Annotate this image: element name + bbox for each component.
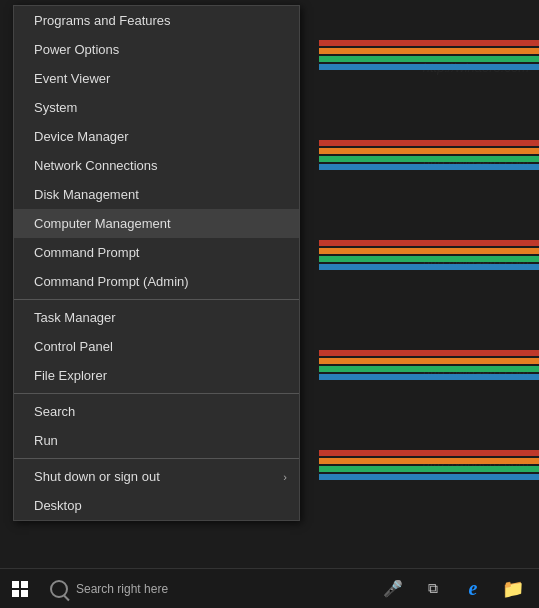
menu-item-programs-features[interactable]: Programs and Features — [14, 6, 299, 35]
menu-item-network-connections[interactable]: Network Connections — [14, 151, 299, 180]
menu-item-label-control-panel: Control Panel — [34, 339, 113, 354]
menu-divider — [14, 393, 299, 394]
menu-item-label-file-explorer: File Explorer — [34, 368, 107, 383]
menu-item-desktop[interactable]: Desktop — [14, 491, 299, 520]
menu-item-shut-down-sign-out[interactable]: Shut down or sign out› — [14, 462, 299, 491]
taskbar-search-area[interactable]: Search right here — [40, 569, 260, 608]
menu-item-label-device-manager: Device Manager — [34, 129, 129, 144]
menu-item-run[interactable]: Run — [14, 426, 299, 455]
menu-item-command-prompt-admin[interactable]: Command Prompt (Admin) — [14, 267, 299, 296]
search-circle-icon — [50, 580, 68, 598]
menu-item-label-task-manager: Task Manager — [34, 310, 116, 325]
color-bars-5 — [319, 450, 539, 482]
color-bars-4 — [319, 350, 539, 382]
menu-item-command-prompt[interactable]: Command Prompt — [14, 238, 299, 267]
taskbar-system-icons: 🎤 ⧉ e 📁 — [375, 571, 539, 607]
menu-item-power-options[interactable]: Power Options — [14, 35, 299, 64]
menu-item-device-manager[interactable]: Device Manager — [14, 122, 299, 151]
menu-item-control-panel[interactable]: Control Panel — [14, 332, 299, 361]
menu-item-computer-management[interactable]: Computer Management — [14, 209, 299, 238]
menu-item-label-disk-management: Disk Management — [34, 187, 139, 202]
menu-item-task-manager[interactable]: Task Manager — [14, 303, 299, 332]
menu-item-label-command-prompt-admin: Command Prompt (Admin) — [34, 274, 189, 289]
menu-item-label-power-options: Power Options — [34, 42, 119, 57]
start-button[interactable] — [0, 569, 40, 609]
svg-rect-2 — [12, 590, 19, 597]
menu-item-label-command-prompt: Command Prompt — [34, 245, 139, 260]
menu-item-search[interactable]: Search — [14, 397, 299, 426]
menu-item-label-event-viewer: Event Viewer — [34, 71, 110, 86]
menu-item-label-system: System — [34, 100, 77, 115]
menu-divider — [14, 299, 299, 300]
internet-explorer-icon[interactable]: e — [455, 571, 491, 607]
menu-item-label-run: Run — [34, 433, 58, 448]
menu-item-file-explorer[interactable]: File Explorer — [14, 361, 299, 390]
menu-item-label-programs-features: Programs and Features — [34, 13, 171, 28]
svg-rect-1 — [21, 581, 28, 588]
color-bars-2 — [319, 140, 539, 172]
menu-item-label-desktop: Desktop — [34, 498, 82, 513]
menu-divider — [14, 458, 299, 459]
search-placeholder-text: Search right here — [76, 582, 168, 596]
context-menu: Programs and FeaturesPower OptionsEvent … — [13, 5, 300, 521]
file-explorer-icon[interactable]: 📁 — [495, 571, 531, 607]
svg-rect-0 — [12, 581, 19, 588]
menu-item-label-shut-down-sign-out: Shut down or sign out — [34, 469, 160, 484]
color-bars-1 — [319, 40, 539, 72]
color-bars-3 — [319, 240, 539, 272]
svg-rect-3 — [21, 590, 28, 597]
menu-item-disk-management[interactable]: Disk Management — [14, 180, 299, 209]
menu-item-event-viewer[interactable]: Event Viewer — [14, 64, 299, 93]
task-view-icon[interactable]: ⧉ — [415, 571, 451, 607]
menu-item-label-search: Search — [34, 404, 75, 419]
menu-item-system[interactable]: System — [14, 93, 299, 122]
submenu-arrow-icon: › — [283, 471, 287, 483]
taskbar: Search right here 🎤 ⧉ e 📁 — [0, 568, 539, 608]
windows-icon — [12, 581, 28, 597]
cortana-mic-icon[interactable]: 🎤 — [375, 571, 411, 607]
menu-item-label-computer-management: Computer Management — [34, 216, 171, 231]
menu-item-label-network-connections: Network Connections — [34, 158, 158, 173]
